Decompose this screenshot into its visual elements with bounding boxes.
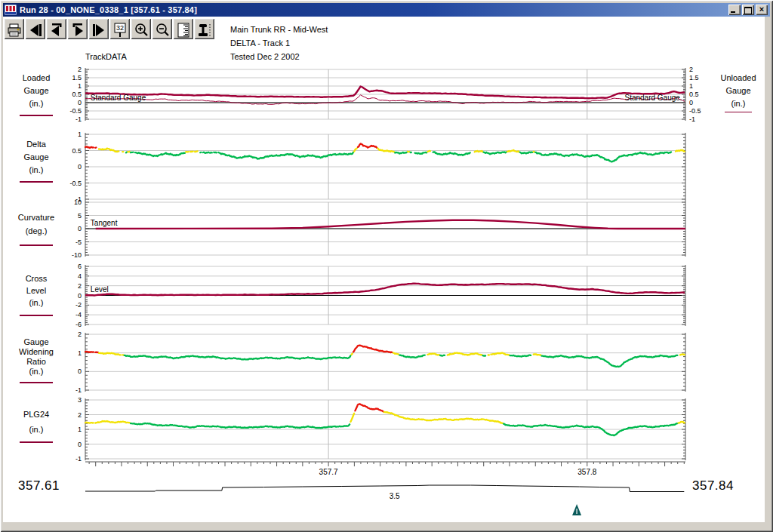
milepost-32-button[interactable]: 32 [109, 18, 130, 39]
app-window: Run 28 - 00_NONE_0338_1 [357.61 - 357.84… [0, 0, 773, 532]
legend-line-swatch [20, 441, 53, 443]
app-logo-icon [5, 5, 17, 15]
minimize-icon [731, 11, 735, 13]
page-back-button[interactable] [46, 18, 66, 39]
zoom-out-icon [155, 23, 170, 38]
print-button[interactable] [4, 18, 24, 39]
arrow-left-bar-icon [28, 23, 43, 38]
header-railroad: Main Trunk RR - Mid-West [230, 25, 328, 34]
step-forward-button[interactable] [88, 18, 109, 39]
arrow-right-hook-icon [70, 23, 85, 38]
chart-label-curvature: Curvature(deg.) [4, 212, 69, 249]
chart-label-gauge-widening-ratio: GaugeWideningRatio(in.) [4, 339, 69, 386]
zoom-in-button[interactable] [131, 18, 151, 39]
header-track: DELTA - Track 1 [230, 38, 290, 48]
step-back-button[interactable] [25, 18, 45, 39]
close-button[interactable]: × [756, 5, 768, 15]
close-icon: × [756, 5, 768, 14]
titlebar[interactable]: Run 28 - 00_NONE_0338_1 [357.61 - 357.84… [3, 3, 770, 17]
chart-label-loaded-gauge: LoadedGauge(in.) [4, 73, 69, 119]
legend-line-swatch [20, 181, 53, 183]
svg-text:32: 32 [115, 24, 123, 32]
milepost-sign-icon: 32 [112, 23, 128, 38]
chart-label-cross-level: CrossLevel(in.) [4, 274, 69, 319]
printer-icon [7, 23, 22, 38]
arrow-left-hook-icon [49, 23, 64, 38]
minimize-button[interactable] [728, 5, 741, 15]
legend-line-swatch [20, 315, 53, 316]
header-tested: Tested Dec 2 2002 [230, 52, 300, 61]
chart-right-label-loaded-gauge: UnloadedGauge(in.) [712, 73, 765, 115]
end-milepost: 357.84 [692, 478, 734, 494]
rail-profile-button[interactable] [194, 18, 214, 39]
client-area [3, 17, 765, 522]
page-forward-button[interactable] [67, 18, 88, 39]
chart-label-plg24: PLG24(in.) [4, 408, 69, 446]
arrow-right-bar-icon [91, 23, 106, 38]
legend-line-swatch [20, 244, 53, 246]
legend-line-swatch [725, 112, 752, 112]
chart-label-delta-gauge: DeltaGauge(in.) [4, 140, 69, 186]
legend-line-swatch [20, 115, 53, 116]
maximize-icon [744, 7, 752, 14]
ruler-button[interactable] [173, 18, 193, 39]
legend-line-swatch [20, 382, 53, 383]
rail-profile-icon [197, 23, 212, 38]
start-milepost: 357.61 [18, 478, 60, 494]
zoom-out-button[interactable] [152, 18, 172, 39]
window-title: Run 28 - 00_NONE_0338_1 [357.61 - 357.84… [20, 5, 728, 14]
zoom-in-icon [134, 23, 149, 38]
maximize-button[interactable] [742, 5, 754, 15]
dataset-label: TrackDATA [85, 52, 127, 61]
ruler-icon [176, 23, 191, 38]
